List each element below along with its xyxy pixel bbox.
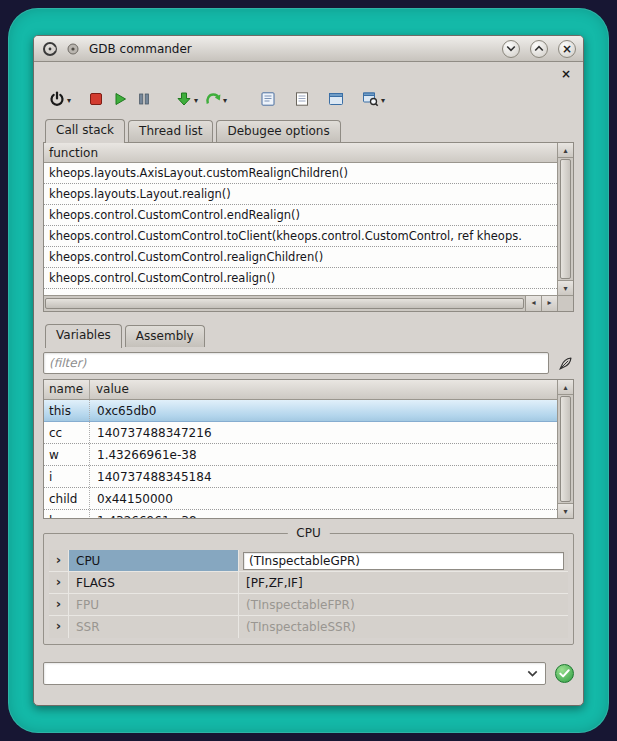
filter-input[interactable] xyxy=(43,352,549,374)
expand-icon[interactable]: › xyxy=(49,550,69,571)
tab-assembly[interactable]: Assembly xyxy=(125,325,205,347)
cpu-row[interactable]: › FPU (TInspectableFPR) xyxy=(49,594,568,616)
variables-vertical-scrollbar[interactable]: ▴ ▾ xyxy=(557,380,573,518)
scrollbar-thumb[interactable] xyxy=(45,298,524,309)
cpu-row[interactable]: › CPU (TInspectableGPR) xyxy=(49,550,568,572)
variables-panel: name value this 0xc65db0 cc 140737488347… xyxy=(43,379,574,519)
callstack-row[interactable]: kheops.control.CustomControl.endRealign(… xyxy=(44,205,557,226)
tab-debugee-options[interactable]: Debugee options xyxy=(216,120,340,142)
step-into-icon xyxy=(175,90,193,108)
variable-row[interactable]: this 0xc65db0 xyxy=(44,400,557,422)
cpu-row[interactable]: › FLAGS [PF,ZF,IF] xyxy=(49,572,568,594)
watch-window-button[interactable] xyxy=(324,87,348,111)
expand-icon[interactable]: › xyxy=(49,594,69,615)
stop-button[interactable] xyxy=(84,87,108,111)
callstack-row[interactable]: kheops.layouts.Layout.realign() xyxy=(44,184,557,205)
step-into-button[interactable]: ▾ xyxy=(172,87,201,111)
variable-row[interactable]: w 1.43266961e-38 xyxy=(44,444,557,466)
scroll-left-icon[interactable]: ◂ xyxy=(525,296,541,311)
cpu-row-label[interactable]: SSR xyxy=(69,616,239,638)
callstack-tabbar: Call stack Thread list Debugee options xyxy=(43,119,574,142)
app-menu-icon[interactable] xyxy=(64,40,82,58)
scrollbar-thumb[interactable] xyxy=(560,159,571,279)
cpu-row-value: [PF,ZF,IF] xyxy=(243,576,303,590)
variable-row[interactable]: b 1.43266961e-38 xyxy=(44,510,557,518)
expand-icon[interactable]: › xyxy=(49,616,69,638)
power-dropdown-icon[interactable]: ▾ xyxy=(67,94,71,105)
filter-options-button[interactable] xyxy=(556,354,574,372)
check-icon xyxy=(559,669,570,678)
docs-icon xyxy=(259,90,277,108)
combo-dropdown-icon[interactable] xyxy=(527,670,538,677)
value-column-header[interactable]: value xyxy=(90,380,557,399)
callstack-row[interactable]: kheops.control.CustomControl.toClient(kh… xyxy=(44,226,557,247)
close-button[interactable]: × xyxy=(558,40,576,58)
tab-call-stack[interactable]: Call stack xyxy=(45,119,125,143)
power-icon xyxy=(48,90,66,108)
scrollbar-thumb[interactable] xyxy=(560,396,571,502)
callstack-row[interactable]: kheops.control.CustomControl.realign() xyxy=(44,268,557,289)
scroll-right-icon[interactable]: ▸ xyxy=(541,296,557,311)
variables-header-row: name value xyxy=(44,380,557,400)
filter-row xyxy=(43,352,574,374)
output-list-button[interactable] xyxy=(290,87,314,111)
variable-name: i xyxy=(44,466,90,487)
callstack-row[interactable]: kheops.control.CustomControl.realignChil… xyxy=(44,247,557,268)
callstack-horizontal-scrollbar[interactable]: ◂ ▸ xyxy=(44,295,557,311)
window-title: GDB commander xyxy=(89,42,192,56)
power-button[interactable]: ▾ xyxy=(45,87,74,111)
callstack-column-header[interactable]: function xyxy=(44,143,557,163)
variable-name: cc xyxy=(44,422,90,443)
step-over-button[interactable]: ▾ xyxy=(201,87,230,111)
scroll-up-icon[interactable]: ▴ xyxy=(558,380,573,395)
tab-thread-list[interactable]: Thread list xyxy=(128,120,213,142)
maximize-button[interactable] xyxy=(530,40,548,58)
step-over-dropdown-icon[interactable]: ▾ xyxy=(223,94,227,105)
cpu-row-label[interactable]: FLAGS xyxy=(69,572,239,593)
dock-close-button[interactable]: × xyxy=(558,68,574,80)
variable-row[interactable]: i 140737488345184 xyxy=(44,466,557,488)
cpu-value-edit[interactable]: (TInspectableGPR) xyxy=(243,552,564,570)
titlebar[interactable]: GDB commander × xyxy=(34,36,583,62)
docs-button[interactable] xyxy=(256,87,280,111)
cpu-row-value: (TInspectableSSR) xyxy=(243,620,356,634)
variable-row[interactable]: cc 140737488347216 xyxy=(44,422,557,444)
callstack-panel: function kheops.layouts.AxisLayout.custo… xyxy=(43,142,574,312)
cpu-row-label[interactable]: FPU xyxy=(69,594,239,615)
run-button[interactable] xyxy=(108,87,132,111)
cpu-row[interactable]: › SSR (TInspectableSSR) xyxy=(49,616,568,638)
quill-icon xyxy=(557,355,574,372)
command-input[interactable] xyxy=(44,663,527,684)
callstack-row[interactable]: kheops.layouts.AxisLayout.customRealignC… xyxy=(44,163,557,184)
gdb-commander-window: GDB commander × × ▾ xyxy=(33,35,584,706)
confirm-button[interactable] xyxy=(555,664,574,683)
scroll-down-icon[interactable]: ▾ xyxy=(558,503,573,518)
variable-value: 1.43266961e-38 xyxy=(90,510,557,518)
callstack-vertical-scrollbar[interactable]: ▴ ▾ xyxy=(557,143,573,295)
decorative-frame: GDB commander × × ▾ xyxy=(8,8,609,733)
step-into-dropdown-icon[interactable]: ▾ xyxy=(194,94,198,105)
variable-value: 0x44150000 xyxy=(90,488,557,509)
minimize-button[interactable] xyxy=(502,40,520,58)
inspect-window-button[interactable]: ▾ xyxy=(358,87,388,111)
variable-value: 1.43266961e-38 xyxy=(90,444,557,465)
variable-value: 140737488347216 xyxy=(90,422,557,443)
tab-variables[interactable]: Variables xyxy=(45,324,122,348)
scroll-up-icon[interactable]: ▴ xyxy=(558,143,573,158)
inspect-dropdown-icon[interactable]: ▾ xyxy=(381,94,385,105)
variable-name: b xyxy=(44,510,90,518)
window-search-icon xyxy=(361,90,380,108)
name-column-header[interactable]: name xyxy=(44,380,90,399)
close-icon: × xyxy=(562,43,572,55)
cpu-row-value: (TInspectableFPR) xyxy=(243,598,355,612)
pause-button[interactable] xyxy=(132,87,156,111)
callstack-table: function kheops.layouts.AxisLayout.custo… xyxy=(44,143,557,295)
expand-icon[interactable]: › xyxy=(49,572,69,593)
window-body: × ▾ xyxy=(34,62,583,705)
cpu-row-label[interactable]: CPU xyxy=(69,550,239,571)
debug-toolbar: ▾ ▾ ▾ xyxy=(43,83,574,119)
window-icon xyxy=(327,90,345,108)
variable-row[interactable]: child 0x44150000 xyxy=(44,488,557,510)
scroll-down-icon[interactable]: ▾ xyxy=(558,280,573,295)
command-combobox[interactable] xyxy=(43,662,546,685)
